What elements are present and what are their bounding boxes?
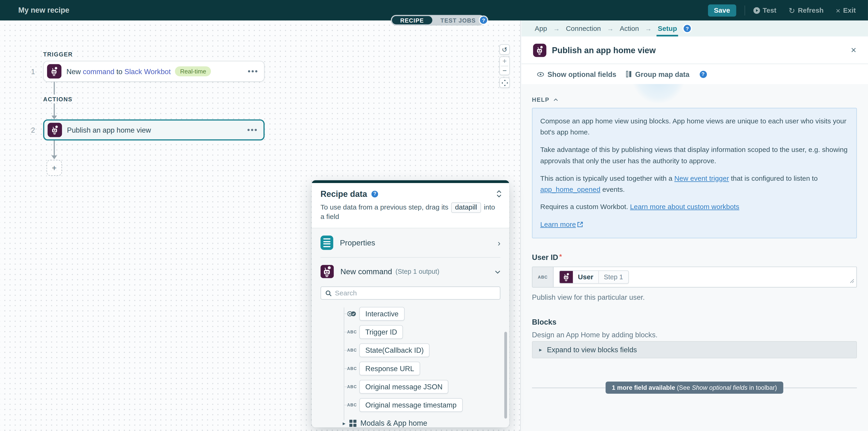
trigger-step-title: New command to Slack Workbot xyxy=(66,67,170,75)
field-type-prefix: ABC xyxy=(532,267,553,287)
zoom-controls: + − xyxy=(499,57,510,75)
exit-button[interactable]: × Exit xyxy=(836,6,856,14)
slack-workbot-icon xyxy=(320,265,334,278)
user-id-label: User ID* xyxy=(532,253,857,262)
zoom-in-button[interactable]: + xyxy=(500,57,509,65)
zoom-out-button[interactable]: − xyxy=(500,66,509,75)
add-step-button[interactable]: + xyxy=(46,160,62,176)
test-button[interactable]: Test xyxy=(753,6,776,14)
slack-workbot-icon xyxy=(533,43,547,57)
tab-test-jobs[interactable]: TEST JOBS xyxy=(432,16,484,24)
divider-line xyxy=(532,388,606,388)
help-section-toggle[interactable]: HELP xyxy=(532,96,558,103)
slack-workbot-icon xyxy=(48,123,62,137)
realtime-badge: Real-time xyxy=(175,66,211,76)
trigger-app-link[interactable]: Slack Workbot xyxy=(124,67,171,75)
reset-zoom-button[interactable]: ↺ xyxy=(499,44,510,55)
datapill[interactable]: Original message timestamp xyxy=(359,398,463,412)
datapill-row: Interactive xyxy=(312,305,509,323)
group-label: Modals & App home xyxy=(361,419,427,427)
required-asterisk: * xyxy=(559,253,562,261)
properties-icon xyxy=(320,235,333,250)
close-panel-button[interactable]: × xyxy=(851,45,857,55)
setup-help-icon[interactable]: ? xyxy=(684,25,691,32)
step-number: 1 xyxy=(31,67,35,76)
recipe-data-panel: Recipe data ? To use data from a previou… xyxy=(312,180,509,428)
new-event-trigger-link[interactable]: New event trigger xyxy=(674,174,729,183)
user-datapill[interactable]: User Step 1 xyxy=(559,270,628,284)
save-button[interactable]: Save xyxy=(708,4,736,16)
config-toolbar: Show optional fields Group map data ? xyxy=(521,64,868,84)
refresh-button[interactable]: ↻ Refresh xyxy=(788,6,824,14)
test-label: Test xyxy=(763,6,776,14)
blocks-label: Blocks xyxy=(532,318,857,326)
toolbar-help-icon[interactable]: ? xyxy=(700,70,707,77)
chevron-right-icon[interactable]: › xyxy=(498,238,500,247)
properties-row[interactable]: Properties › xyxy=(312,228,509,257)
more-menu-icon xyxy=(248,70,257,72)
connector-arrowhead xyxy=(51,156,57,159)
learn-more-link[interactable]: Learn more xyxy=(540,221,576,228)
help-paragraph: This action is typically used together w… xyxy=(540,173,849,196)
help-box: Compose an app home view using blocks. A… xyxy=(532,108,857,238)
refresh-label: Refresh xyxy=(798,6,824,14)
datapill-group-row[interactable]: ▸ Modals & App home xyxy=(312,414,509,428)
breadcrumb-action[interactable]: Action xyxy=(620,21,639,37)
expand-triangle-icon: ▸ xyxy=(539,347,542,353)
step-connector xyxy=(54,82,55,94)
datapill[interactable]: Interactive xyxy=(359,307,405,321)
pan-button[interactable] xyxy=(499,77,510,88)
datapill[interactable]: State(Callback ID) xyxy=(359,343,430,357)
datapill-chip-example: datapill xyxy=(451,202,481,213)
show-optional-fields-button[interactable]: Show optional fields xyxy=(537,70,616,78)
datapill[interactable]: Trigger ID xyxy=(359,325,403,339)
group-map-data-button[interactable]: Group map data xyxy=(626,70,689,78)
breadcrumb-setup[interactable]: Setup xyxy=(658,21,677,37)
breadcrumb-connection[interactable]: Connection xyxy=(566,21,601,37)
reset-icon: ↺ xyxy=(502,45,507,54)
user-id-input[interactable]: ABC User Step 1 xyxy=(532,267,857,288)
step-menu-button[interactable] xyxy=(248,129,257,131)
topbar-actions: Save Test ↻ Refresh × Exit xyxy=(708,4,859,16)
help-paragraph: Requires a custom Workbot. Learn more ab… xyxy=(540,201,849,213)
datapill-list: Interactive ABC Trigger ID ABC State(Cal… xyxy=(312,305,509,427)
custom-workbots-link[interactable]: Learn more about custom workbots xyxy=(630,203,739,211)
resize-handle-icon[interactable] xyxy=(850,275,854,285)
panel-collapse-button[interactable] xyxy=(496,190,501,199)
string-type-icon: ABC xyxy=(347,366,359,371)
expand-blocks-button[interactable]: ▸ Expand to view blocks fields xyxy=(532,341,857,358)
search-icon xyxy=(326,290,332,296)
datapill[interactable]: Original message JSON xyxy=(359,380,449,394)
datapill[interactable]: Response URL xyxy=(359,362,421,375)
datapill-search xyxy=(320,287,501,300)
trigger-event-link[interactable]: command xyxy=(83,67,114,75)
topbar-divider xyxy=(744,5,745,15)
scrollbar-thumb[interactable] xyxy=(504,332,507,419)
trigger-step-card[interactable]: New command to Slack Workbot Real-time xyxy=(43,61,265,82)
step-title: Publish an app home view xyxy=(552,45,655,55)
datapill-row: ABC Original message JSON xyxy=(312,377,509,396)
string-type-icon: ABC xyxy=(347,384,359,389)
boolean-type-icon xyxy=(347,311,359,317)
step-config-panel: App → Connection → Action → Setup ? Publ… xyxy=(521,21,868,431)
step-output-row[interactable]: New command (Step 1 output) xyxy=(312,258,509,285)
breadcrumb-app[interactable]: App xyxy=(535,21,547,37)
app-home-opened-link[interactable]: app_home_opened xyxy=(540,186,600,194)
step-connector xyxy=(54,140,55,157)
search-input[interactable] xyxy=(335,289,495,297)
properties-label: Properties xyxy=(340,238,375,247)
pan-icon xyxy=(501,79,508,86)
breadcrumb-arrow-icon: → xyxy=(553,25,560,32)
step-number: 2 xyxy=(31,126,35,134)
tab-recipe[interactable]: RECIPE xyxy=(392,16,432,24)
chevron-down-icon[interactable] xyxy=(495,267,500,275)
external-link-icon xyxy=(578,220,583,231)
more-fields-badge: 1 more field available (See Show optiona… xyxy=(606,382,783,394)
step-menu-button[interactable] xyxy=(248,70,257,72)
recipe-data-help-icon[interactable]: ? xyxy=(372,190,378,197)
datapill-row: ABC Original message timestamp xyxy=(312,396,509,414)
tabs-help-icon[interactable]: ? xyxy=(480,16,487,24)
chevron-up-icon xyxy=(553,98,558,101)
view-tabs: RECIPE TEST JOBS xyxy=(391,15,485,26)
action-step-card[interactable]: Publish an app home view xyxy=(43,120,265,140)
